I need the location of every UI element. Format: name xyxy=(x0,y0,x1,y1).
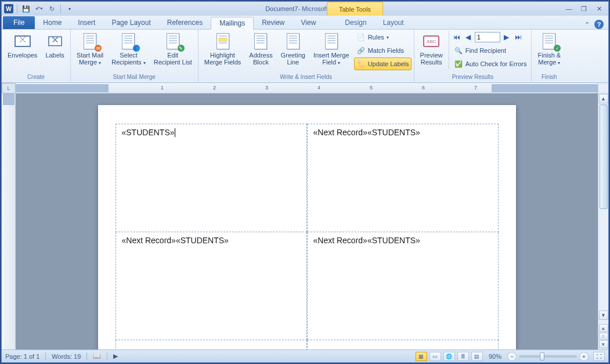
qat-customize-icon[interactable]: ▾ xyxy=(64,3,75,14)
document-canvas[interactable]: «STUDENTS» «Next Record»«STUDENTS» «Next… xyxy=(16,93,598,349)
label-cell[interactable] xyxy=(115,340,306,350)
undo-icon[interactable]: ↶▾ xyxy=(34,3,44,14)
word-app-icon[interactable]: W xyxy=(4,4,13,13)
highlight-merge-fields-button[interactable]: Highlight Merge Fields xyxy=(201,31,245,67)
insert-merge-field-button[interactable]: Insert Merge Field ▾ xyxy=(310,31,353,68)
ribbon-tabs: File Home Insert Page Layout References … xyxy=(2,16,608,30)
tab-mailings[interactable]: Mailings xyxy=(211,17,254,30)
document-icon xyxy=(216,33,229,49)
zoom-slider-thumb[interactable] xyxy=(540,352,544,361)
tab-view[interactable]: View xyxy=(293,16,324,29)
full-screen-view-button[interactable]: ▭ xyxy=(429,352,441,361)
zoom-in-button[interactable]: + xyxy=(579,352,589,361)
match-fields-button[interactable]: 🔗 Match Fields xyxy=(354,44,412,57)
greeting-line-button[interactable]: Greeting Line xyxy=(277,31,309,67)
window-controls: — ❐ ✕ xyxy=(563,5,608,13)
greeting-icon xyxy=(287,33,299,49)
edit-badge-icon: ✎ xyxy=(178,45,185,52)
preview-results-button[interactable]: ABC Preview Results xyxy=(417,31,446,67)
proofing-icon[interactable]: 📖 xyxy=(93,352,101,360)
address-icon xyxy=(254,33,267,49)
rules-icon: 📄 xyxy=(356,33,366,42)
zoom-out-button[interactable]: − xyxy=(507,352,517,361)
check-icon: ✅ xyxy=(454,59,463,69)
record-navigator: ⏮ ◀ ▶ ⏭ xyxy=(452,31,529,44)
label-cell[interactable] xyxy=(307,340,498,350)
draft-view-button[interactable]: ▤ xyxy=(471,352,483,361)
vertical-scrollbar[interactable]: ▲ ▼ ▴ ○ ▾ xyxy=(598,93,608,349)
zoom-level[interactable]: 90% xyxy=(489,353,501,360)
web-layout-view-button[interactable]: 🌐 xyxy=(443,352,455,361)
page[interactable]: «STUDENTS» «Next Record»«STUDENTS» «Next… xyxy=(98,105,516,349)
update-labels-button[interactable]: 🏷️ Update Labels xyxy=(354,57,412,70)
zoom-slider[interactable] xyxy=(519,355,577,358)
print-layout-view-button[interactable]: ▦ xyxy=(416,352,427,361)
last-record-button[interactable]: ⏭ xyxy=(513,32,524,42)
group-preview-results: ABC Preview Results ⏮ ◀ ▶ ⏭ 🔍 Find Recip… xyxy=(414,30,532,82)
scroll-down-button[interactable]: ▼ xyxy=(599,311,608,320)
page-status[interactable]: Page: 1 of 1 xyxy=(5,353,39,360)
scroll-up-button[interactable]: ▲ xyxy=(599,94,608,103)
labels-button[interactable]: Labels xyxy=(42,31,67,60)
tab-insert[interactable]: Insert xyxy=(70,16,103,29)
collapse-ribbon-icon[interactable]: ⌃ xyxy=(584,21,590,28)
auto-check-errors-button[interactable]: ✅ Auto Check for Errors xyxy=(452,57,529,70)
start-mail-merge-button[interactable]: ✉ Start Mail Merge ▾ xyxy=(73,31,107,68)
record-number-input[interactable] xyxy=(475,32,500,42)
file-tab[interactable]: File xyxy=(3,16,35,29)
match-icon: 🔗 xyxy=(356,46,366,55)
address-block-button[interactable]: Address Block xyxy=(246,31,276,67)
finish-merge-button[interactable]: ✓ Finish & Merge ▾ xyxy=(534,31,564,68)
group-finish: ✓ Finish & Merge ▾ Finish xyxy=(532,30,566,82)
help-icon[interactable]: ? xyxy=(594,20,604,29)
envelope-icon xyxy=(15,35,31,47)
prev-page-button[interactable]: ▴ xyxy=(599,324,608,332)
tab-review[interactable]: Review xyxy=(254,16,293,29)
tab-page-layout[interactable]: Page Layout xyxy=(103,16,158,29)
preview-icon: ABC xyxy=(422,32,441,51)
find-recipient-button[interactable]: 🔍 Find Recipient xyxy=(452,44,529,57)
edit-recipient-list-button[interactable]: ✎ Edit Recipient List xyxy=(150,31,196,67)
tab-design[interactable]: Design xyxy=(337,16,374,29)
tab-layout[interactable]: Layout xyxy=(375,16,412,29)
label-cell[interactable]: «Next Record»«STUDENTS» xyxy=(307,124,498,232)
horizontal-ruler[interactable]: 1 2 3 4 5 6 7 xyxy=(16,83,598,93)
label-cell[interactable]: «STUDENTS» xyxy=(115,124,306,232)
fit-window-button[interactable]: ⛶ xyxy=(593,352,605,361)
label-cell[interactable]: «Next Record»«STUDENTS» xyxy=(115,232,306,340)
macro-icon[interactable]: ▶ xyxy=(113,352,118,360)
labels-table: «STUDENTS» «Next Record»«STUDENTS» «Next… xyxy=(115,124,499,349)
labels-icon xyxy=(48,37,62,46)
tab-references[interactable]: References xyxy=(159,16,211,29)
word-count[interactable]: Words: 19 xyxy=(52,353,81,360)
select-recipients-button[interactable]: 👥 Select Recipients ▾ xyxy=(108,31,149,68)
first-record-button[interactable]: ⏮ xyxy=(452,32,462,42)
outline-view-button[interactable]: ≣ xyxy=(457,352,469,361)
group-create: Envelopes Labels Create xyxy=(2,30,71,82)
check-badge-icon: ✓ xyxy=(554,45,561,52)
ribbon: Envelopes Labels Create ✉ Start Mail Mer… xyxy=(2,30,608,83)
browse-object-button[interactable]: ○ xyxy=(599,333,608,340)
redo-icon[interactable]: ↻ xyxy=(46,3,57,14)
group-write-insert-fields: Highlight Merge Fields Address Block Gre… xyxy=(198,30,414,82)
next-record-button[interactable]: ▶ xyxy=(501,32,512,42)
group-start-mail-merge: ✉ Start Mail Merge ▾ 👥 Select Recipients… xyxy=(71,30,198,82)
tab-home[interactable]: Home xyxy=(35,16,70,29)
scroll-thumb[interactable] xyxy=(600,104,608,209)
next-page-button[interactable]: ▾ xyxy=(599,340,608,348)
document-area: ▢ «STUDENTS» «Next Record»«STUDENTS» «Ne… xyxy=(2,93,608,349)
update-icon: 🏷️ xyxy=(356,59,366,69)
close-button[interactable]: ✕ xyxy=(593,5,605,13)
rules-button[interactable]: 📄 Rules ▾ xyxy=(354,31,412,44)
envelopes-button[interactable]: Envelopes xyxy=(4,31,41,60)
minimize-button[interactable]: — xyxy=(563,5,575,13)
vertical-ruler[interactable] xyxy=(2,93,16,349)
restore-button[interactable]: ❐ xyxy=(578,5,590,13)
prev-record-button[interactable]: ◀ xyxy=(463,32,474,42)
save-icon[interactable]: 💾 xyxy=(21,3,31,14)
tab-selector[interactable]: L xyxy=(2,83,16,93)
app-window: W 💾 ↶▾ ↻ ▾ Document7 - Microsoft Word Ta… xyxy=(1,1,609,363)
people-badge-icon: 👥 xyxy=(133,45,140,52)
ruler-toggle[interactable] xyxy=(598,83,608,93)
label-cell[interactable]: «Next Record»«STUDENTS» xyxy=(307,232,498,340)
